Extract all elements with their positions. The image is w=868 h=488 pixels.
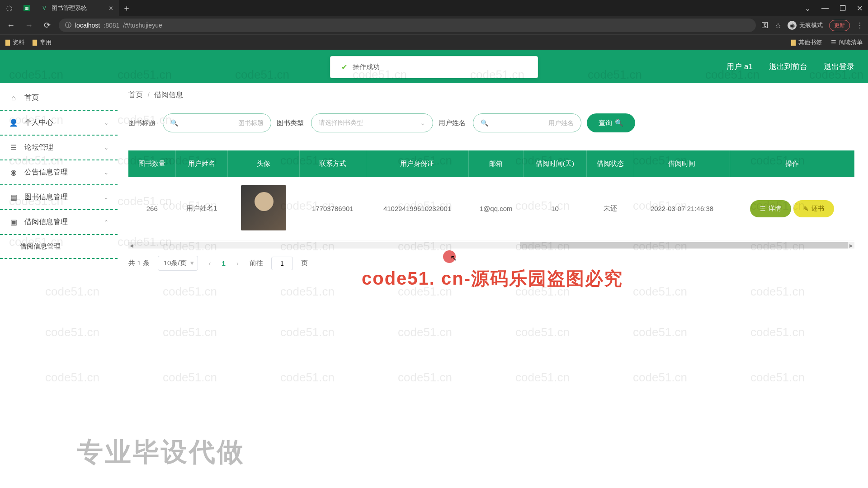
url-path: /#/tushujieyue — [123, 22, 162, 29]
bookmark-reading-list[interactable]: ☰阅读清单 — [831, 38, 863, 47]
home-icon: ⌂ — [9, 94, 18, 102]
goto-prefix: 前往 — [250, 259, 263, 267]
bookmark-other[interactable]: ▇其他书签 — [791, 38, 822, 47]
goto-page-input[interactable] — [271, 257, 293, 270]
incognito-badge[interactable]: ◉ 无痕模式 — [788, 21, 823, 30]
tab-prev[interactable]: ◯ — [0, 0, 18, 16]
table-wrap: 图书数量 用户姓名 头像 联系方式 用户身份证 邮箱 借阅时间(天) 借阅状态 … — [128, 150, 854, 249]
bookmark-folder-2[interactable]: ▇常用 — [33, 38, 52, 47]
incognito-icon: ◉ — [788, 21, 797, 30]
sidebar-item-label: 借阅信息管理 — [24, 217, 68, 227]
prev-page-button[interactable]: ‹ — [206, 259, 214, 267]
return-label: 还书 — [811, 205, 824, 213]
sidebar-item-personal[interactable]: 👤个人中心⌄ — [0, 111, 118, 136]
browser-chrome: ◯ ▦ V 图书管理系统 ✕ ＋ ⌄ — ❐ ✕ ← → ⟳ ⓘ localho… — [0, 0, 868, 50]
search-button[interactable]: 查询🔍 — [587, 113, 635, 132]
goto-suffix: 页 — [301, 259, 308, 267]
logout-link[interactable]: 退出登录 — [824, 61, 854, 72]
input-book-title[interactable] — [182, 119, 264, 127]
close-window-icon[interactable]: ✕ — [857, 4, 863, 13]
menu-icon[interactable]: ⋮ — [856, 21, 863, 30]
sidebar-item-borrow[interactable]: ▣借阅信息管理⌃ — [0, 210, 118, 235]
sidebar-item-label: 首页 — [24, 93, 39, 103]
tab-sheets[interactable]: ▦ — [18, 0, 35, 16]
user-icon: 👤 — [9, 118, 18, 127]
scrollbar-thumb[interactable] — [520, 242, 848, 249]
label-book-title: 图书标题 — [128, 119, 156, 127]
reload-icon[interactable]: ⟳ — [41, 19, 53, 32]
detail-icon: ☰ — [760, 205, 766, 212]
input-user-name-wrap: 🔍 — [473, 113, 581, 132]
scroll-right-icon[interactable]: ▶ — [848, 243, 854, 248]
new-tab-button[interactable]: ＋ — [123, 3, 131, 14]
sidebar-item-book[interactable]: ▤图书信息管理⌄ — [0, 185, 118, 210]
edit-icon: ✎ — [803, 205, 809, 212]
back-icon[interactable]: ← — [5, 19, 17, 32]
close-icon[interactable]: ✕ — [108, 5, 113, 12]
sidebar-item-label: 借阅信息管理 — [20, 242, 61, 251]
sidebar-item-notice[interactable]: ◉公告信息管理⌄ — [0, 160, 118, 185]
scroll-left-icon[interactable]: ◀ — [128, 243, 135, 248]
th-days: 借阅时间(天) — [524, 150, 586, 177]
th-ops: 操作 — [730, 150, 854, 177]
forward-icon[interactable]: → — [23, 19, 35, 32]
th-qty: 图书数量 — [128, 150, 176, 177]
chevron-down-icon: ⌄ — [104, 194, 108, 201]
cell-qty: 266 — [128, 177, 176, 240]
url-input[interactable]: ⓘ localhost:8081/#/tushujieyue — [59, 19, 756, 32]
cell-contact: 17703786901 — [299, 177, 366, 240]
th-uname: 用户姓名 — [176, 150, 228, 177]
bookmark-label: 常用 — [40, 38, 52, 47]
page-current[interactable]: 1 — [222, 259, 226, 267]
th-idcard: 用户身份证 — [366, 150, 468, 177]
horizontal-scrollbar[interactable]: ◀ ▶ — [128, 242, 854, 249]
chevron-down-icon: ⌄ — [104, 120, 108, 126]
sidebar-item-borrow-sub[interactable]: 借阅信息管理 — [0, 235, 118, 259]
user-label[interactable]: 用户 a1 — [726, 61, 753, 72]
page-size-select[interactable]: 10条/页 — [158, 256, 198, 271]
key-icon[interactable]: ⚿ — [761, 21, 769, 29]
minimize-icon[interactable]: — — [821, 4, 829, 12]
forum-icon: ☰ — [9, 143, 18, 152]
main-content: 首页 / 借阅信息 图书标题 🔍 图书类型 请选择图书类型 ⌄ 用户姓名 🔍 查… — [118, 83, 868, 488]
star-icon[interactable]: ☆ — [775, 21, 781, 30]
cell-avatar — [228, 177, 299, 240]
update-button[interactable]: 更新 — [829, 20, 850, 31]
avatar-image[interactable] — [241, 185, 286, 230]
sidebar-item-forum[interactable]: ☰论坛管理⌄ — [0, 136, 118, 160]
header-links: 用户 a1 退出到前台 退出登录 — [726, 61, 854, 72]
table-header-row: 图书数量 用户姓名 头像 联系方式 用户身份证 邮箱 借阅时间(天) 借阅状态 … — [128, 150, 854, 177]
toast-success: ✔ 操作成功 — [330, 56, 538, 78]
search-icon: 🔍 — [615, 119, 623, 127]
maximize-icon[interactable]: ❐ — [840, 4, 846, 13]
incognito-label: 无痕模式 — [799, 21, 823, 29]
exit-front-link[interactable]: 退出到前台 — [769, 61, 807, 72]
sidebar-item-home[interactable]: ⌂首页 — [0, 86, 118, 111]
tabs-dropdown-icon[interactable]: ⌄ — [805, 4, 811, 13]
data-table: 图书数量 用户姓名 头像 联系方式 用户身份证 邮箱 借阅时间(天) 借阅状态 … — [128, 150, 854, 240]
cell-days: 10 — [524, 177, 586, 240]
cell-btime: 2022-03-07 21:46:38 — [634, 177, 730, 240]
search-label: 查询 — [599, 119, 612, 127]
th-contact: 联系方式 — [299, 150, 366, 177]
vue-icon: V — [41, 5, 48, 12]
input-user-name[interactable] — [492, 119, 574, 127]
footer-watermark: 专业毕设代做 — [77, 435, 245, 470]
breadcrumb-home[interactable]: 首页 — [128, 91, 143, 99]
bookmark-label: 资料 — [13, 38, 24, 47]
search-icon: 🔍 — [481, 119, 488, 127]
next-page-button[interactable]: › — [234, 259, 241, 267]
site-info-icon[interactable]: ⓘ — [65, 21, 71, 29]
search-icon: 🔍 — [170, 119, 178, 127]
sheets-icon: ▦ — [24, 5, 30, 11]
bookmark-folder-1[interactable]: ▇资料 — [5, 38, 24, 47]
th-btime: 借阅时间 — [634, 150, 730, 177]
window-controls: ⌄ — ❐ ✕ — [805, 4, 868, 13]
return-button[interactable]: ✎还书 — [793, 200, 834, 217]
tab-active[interactable]: V 图书管理系统 ✕ — [35, 0, 119, 16]
select-book-type[interactable]: 请选择图书类型 ⌄ — [311, 113, 433, 132]
chevron-up-icon: ⌃ — [104, 219, 108, 225]
bookmark-label: 其他书签 — [798, 38, 822, 47]
url-host: localhost — [75, 22, 100, 29]
detail-button[interactable]: ☰详情 — [750, 200, 791, 217]
